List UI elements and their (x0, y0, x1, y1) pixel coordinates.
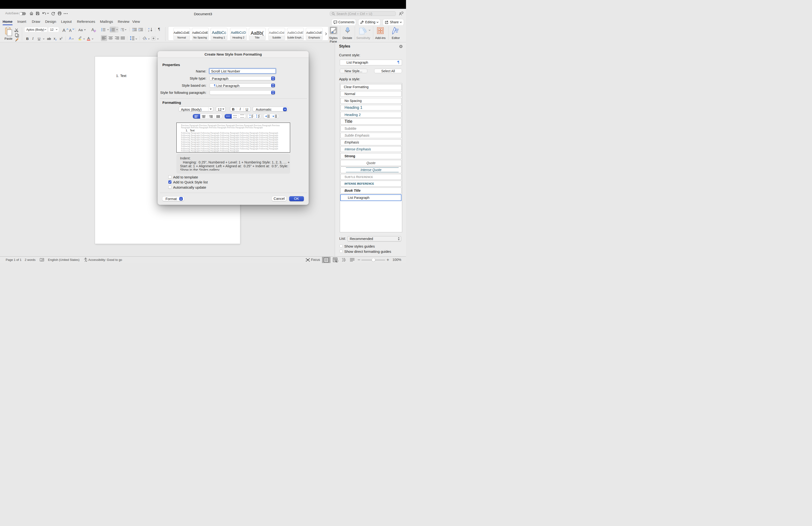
svg-text:i: i (121, 30, 121, 31)
svg-text:Z: Z (148, 30, 149, 32)
svg-text:A: A (148, 28, 149, 30)
svg-text:3: 3 (111, 30, 111, 31)
